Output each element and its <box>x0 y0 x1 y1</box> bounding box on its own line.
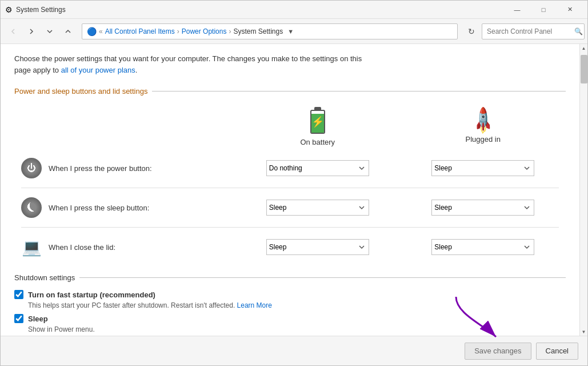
footer: Save changes Cancel <box>1 336 587 365</box>
close-button[interactable]: ✕ <box>557 1 583 19</box>
recent-locations-button[interactable] <box>42 23 58 39</box>
title-bar-left: ⚙ System Settings <box>5 5 66 14</box>
fast-startup-label[interactable]: Turn on fast startup (recommended) <box>28 291 155 299</box>
window-title: System Settings <box>16 6 66 14</box>
lid-battery-select[interactable]: Do nothing Sleep Hibernate Shut down <box>266 239 369 255</box>
sleep-label[interactable]: Sleep <box>28 315 48 323</box>
shutdown-section: Shutdown settings Turn on fast startup (… <box>14 273 566 336</box>
power-button-icon: ⏻ <box>21 158 42 178</box>
power-button-plugged-select[interactable]: Do nothing Sleep Hibernate Shut down Tur… <box>431 160 534 176</box>
intro-text: Choose the power settings that you want … <box>14 53 566 75</box>
battery-icon: ⚡ <box>310 107 326 134</box>
sleep-button-label-cell: ⏾ When I press the sleep button: <box>21 197 228 218</box>
breadcrumb-current: System Settings <box>233 27 283 35</box>
search-input[interactable] <box>482 23 585 39</box>
shutdown-title: Shutdown settings <box>14 273 75 282</box>
fast-startup-row: Turn on fast startup (recommended) <box>14 290 566 299</box>
nav-bar: 🔵 « All Control Panel Items › Power Opti… <box>1 19 587 44</box>
power-sleep-section-header: Power and sleep buttons and lid settings <box>14 87 566 96</box>
sleep-checkbox[interactable] <box>14 314 23 323</box>
rocket-icon: 🚀 <box>467 105 499 136</box>
power-button-row: ⏻ When I press the power button: Do noth… <box>14 153 566 183</box>
intro-text-line1: Choose the power settings that you want … <box>14 54 362 63</box>
power-button-battery-select[interactable]: Do nothing Sleep Hibernate Shut down Tur… <box>266 160 369 176</box>
lid-plugged-select[interactable]: Do nothing Sleep Hibernate Shut down <box>431 239 534 255</box>
plugged-in-label: Plugged in <box>466 135 501 144</box>
sleep-row: Sleep <box>14 314 566 323</box>
learn-more-link[interactable]: Learn More <box>237 301 272 309</box>
plugged-in-header: 🚀 Plugged in <box>405 110 562 144</box>
scrollbar-down-button[interactable]: ▼ <box>580 328 588 336</box>
breadcrumb-power-options[interactable]: Power Options <box>182 27 227 35</box>
maximize-button[interactable]: □ <box>530 1 557 19</box>
section-divider <box>152 91 566 92</box>
lid-icon: 💻 <box>21 237 42 257</box>
settings-table: ⚡ On battery 🚀 Plugged in <box>14 105 566 262</box>
lid-row: 💻 When I close the lid: Do nothing Sleep… <box>14 232 566 262</box>
breadcrumb-all-control-panel[interactable]: All Control Panel Items <box>105 27 175 35</box>
lid-label-cell: 💻 When I close the lid: <box>21 237 228 257</box>
breadcrumb-bar: 🔵 « All Control Panel Items › Power Opti… <box>82 23 458 39</box>
cancel-button[interactable]: Cancel <box>536 343 578 360</box>
power-button-label-cell: ⏻ When I press the power button: <box>21 158 228 178</box>
up-button[interactable] <box>60 23 76 39</box>
fast-startup-desc: This helps start your PC faster after sh… <box>28 301 566 309</box>
minimize-button[interactable]: — <box>504 1 530 19</box>
breadcrumb-dropdown-icon[interactable]: ▼ <box>287 28 294 35</box>
scrollbar-up-button[interactable]: ▲ <box>580 44 588 52</box>
sleep-button-icon: ⏾ <box>21 197 42 218</box>
content-area: Choose the power settings that you want … <box>1 44 587 336</box>
fast-startup-item: Turn on fast startup (recommended) This … <box>14 290 566 309</box>
intro-period: . <box>135 66 138 74</box>
power-sleep-title: Power and sleep buttons and lid settings <box>14 87 147 96</box>
breadcrumb-icon: 🔵 <box>87 27 97 36</box>
refresh-button[interactable]: ↻ <box>463 23 479 39</box>
shutdown-divider <box>79 277 566 278</box>
breadcrumb-arrow1: › <box>177 27 179 35</box>
title-bar-controls: — □ ✕ <box>504 1 583 19</box>
all-power-plans-link[interactable]: all of your power plans <box>61 66 135 74</box>
scrollbar-thumb[interactable] <box>581 55 587 83</box>
sleep-desc: Show in Power menu. <box>28 325 566 333</box>
save-changes-button[interactable]: Save changes <box>465 343 531 360</box>
scrollbar-track <box>580 52 588 328</box>
lid-label: When I close the lid: <box>49 243 115 252</box>
shutdown-section-header: Shutdown settings <box>14 273 566 282</box>
on-battery-header: ⚡ On battery <box>239 107 396 146</box>
scrollbar: ▲ ▼ <box>579 44 587 336</box>
search-icon[interactable]: 🔍 <box>574 27 583 35</box>
main-window: ⚙ System Settings — □ ✕ 🔵 « All Control … <box>0 0 588 366</box>
forward-button[interactable] <box>23 23 39 39</box>
main-content: Choose the power settings that you want … <box>1 44 579 336</box>
title-bar: ⚙ System Settings — □ ✕ <box>1 1 587 19</box>
back-button[interactable] <box>5 23 21 39</box>
on-battery-label: On battery <box>300 138 335 146</box>
power-button-label: When I press the power button: <box>49 164 152 173</box>
sleep-item: Sleep Show in Power menu. <box>14 314 566 333</box>
sleep-desc-text: Show in Power menu. <box>28 325 95 333</box>
sleep-button-plugged-select[interactable]: Do nothing Sleep Hibernate Shut down <box>431 200 534 216</box>
intro-text-line2: page apply to <box>14 66 61 74</box>
fast-startup-desc-text: This helps start your PC faster after sh… <box>28 301 237 309</box>
sleep-button-row: ⏾ When I press the sleep button: Do noth… <box>14 193 566 222</box>
sleep-button-battery-select[interactable]: Do nothing Sleep Hibernate Shut down <box>266 200 369 216</box>
breadcrumb-sep1: « <box>99 27 103 35</box>
window-icon: ⚙ <box>5 5 13 14</box>
sleep-button-label: When I press the sleep button: <box>49 204 149 212</box>
fast-startup-checkbox[interactable] <box>14 290 23 299</box>
breadcrumb-arrow2: › <box>229 27 231 35</box>
